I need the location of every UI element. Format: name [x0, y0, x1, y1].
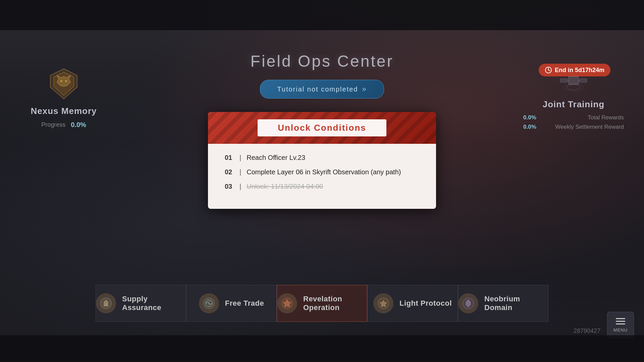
condition-row-1: 01 | Reach Officer Lv.23: [225, 154, 419, 162]
condition-text-2: Complete Layer 06 in Skyrift Observation…: [247, 168, 401, 176]
page-title: Field Ops Center: [251, 52, 394, 70]
condition-num-3: 03: [225, 183, 234, 190]
tutorial-button-label: Tutorial not completed: [277, 85, 358, 93]
modal-title: Unlock Conditions: [258, 119, 386, 136]
condition-text-1: Reach Officer Lv.23: [247, 154, 305, 162]
modal-body: 01 | Reach Officer Lv.23 02 | Complete L…: [208, 144, 436, 209]
chevron-icon: »: [362, 85, 367, 94]
condition-sep-2: |: [239, 168, 241, 176]
condition-num-1: 01: [225, 154, 234, 162]
condition-sep-1: |: [239, 154, 241, 162]
condition-row-3: 03 | Unlock: 11/13/2024 04:00: [225, 183, 419, 190]
condition-text-3: Unlock: 11/13/2024 04:00: [247, 183, 323, 190]
modal-header: Unlock Conditions: [208, 112, 436, 144]
condition-sep-3: |: [239, 183, 241, 190]
main-content: Field Ops Center Tutorial not completed …: [0, 0, 644, 362]
condition-num-2: 02: [225, 168, 234, 176]
unlock-modal: Unlock Conditions 01 | Reach Officer Lv.…: [208, 112, 436, 209]
tutorial-button[interactable]: Tutorial not completed »: [260, 80, 384, 99]
condition-row-2: 02 | Complete Layer 06 in Skyrift Observ…: [225, 168, 419, 176]
